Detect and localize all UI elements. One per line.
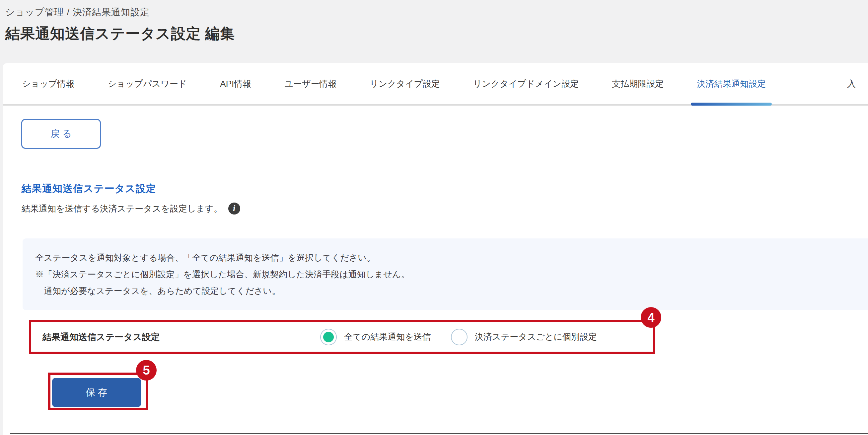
back-button[interactable]: 戻 る: [21, 119, 101, 149]
notice-line: 通知が必要なステータスを、あらためて設定してください。: [35, 283, 863, 299]
section-title: 結果通知送信ステータス設定: [22, 182, 156, 196]
info-icon[interactable]: i: [228, 203, 240, 214]
tab-link-type-domain-settings[interactable]: リンクタイプドメイン設定: [473, 63, 579, 104]
tab-api-info[interactable]: API情報: [220, 63, 251, 104]
tab-payment-deadline-settings[interactable]: 支払期限設定: [612, 63, 663, 104]
content-card: ショップ情報 ショップパスワード API情報 ユーザー情報 リンクタイプ設定 リ…: [3, 63, 868, 435]
annotation-badge-4: 4: [641, 307, 661, 328]
radio-option-send-all-notifications[interactable]: 全ての結果通知を送信: [320, 329, 431, 345]
radio-unselected-icon[interactable]: [451, 329, 467, 345]
page-title: 結果通知送信ステータス設定 編集: [5, 24, 235, 44]
tab-partial-clipped[interactable]: 入: [847, 63, 860, 104]
radio-option-label: 決済ステータスごとに個別設定: [475, 331, 597, 343]
notice-box: 全ステータスを通知対象とする場合、「全ての結果通知を送信」を選択してください。 …: [23, 238, 868, 310]
notice-line: 全ステータスを通知対象とする場合、「全ての結果通知を送信」を選択してください。: [35, 250, 863, 266]
tab-shop-info[interactable]: ショップ情報: [22, 63, 74, 104]
annotation-badge-5: 5: [136, 360, 157, 381]
section-description-text: 結果通知を送信する決済ステータスを設定します。: [22, 203, 222, 214]
section-description: 結果通知を送信する決済ステータスを設定します。 i: [22, 203, 240, 214]
status-setting-radio-group: 全ての結果通知を送信 決済ステータスごとに個別設定: [320, 322, 597, 352]
radio-option-label: 全ての結果通知を送信: [344, 331, 431, 343]
status-setting-row-annotation-frame: 結果通知送信ステータス設定 全ての結果通知を送信 決済ステータスごとに個別設定: [29, 320, 655, 354]
tab-shop-password[interactable]: ショップパスワード: [107, 63, 187, 104]
breadcrumb[interactable]: ショップ管理 / 決済結果通知設定: [5, 6, 235, 19]
window-bottom-edge: [10, 433, 868, 434]
page-header: ショップ管理 / 決済結果通知設定 結果通知送信ステータス設定 編集: [5, 6, 235, 44]
tab-bar: ショップ情報 ショップパスワード API情報 ユーザー情報 リンクタイプ設定 リ…: [3, 63, 868, 106]
notice-line: ※「決済ステータスごとに個別設定」を選択した場合、新規契約した決済手段は通知しま…: [35, 266, 863, 283]
status-setting-row-label: 結果通知送信ステータス設定: [42, 331, 160, 343]
radio-selected-icon[interactable]: [320, 329, 337, 345]
save-button[interactable]: 保 存: [52, 378, 141, 407]
radio-option-individual-per-status[interactable]: 決済ステータスごとに個別設定: [451, 329, 597, 345]
tab-payment-result-notification-settings[interactable]: 決済結果通知設定: [697, 63, 766, 104]
tab-user-info[interactable]: ユーザー情報: [284, 63, 336, 104]
tab-link-type-settings[interactable]: リンクタイプ設定: [370, 63, 440, 104]
